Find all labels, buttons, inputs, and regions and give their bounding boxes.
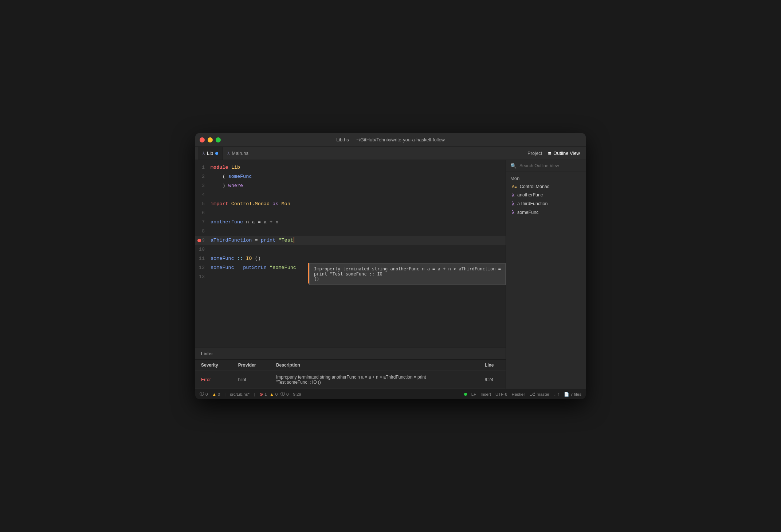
traffic-lights	[200, 137, 221, 142]
arrow-up-icon: ↑	[557, 392, 560, 396]
code-line-10: 10	[195, 245, 506, 254]
outline-item-athirdfunction[interactable]: λ aThirdFunction	[506, 199, 586, 208]
error-indicator-dot	[197, 239, 201, 242]
outline-panel: 🔍 Mon A≡ Control.Monad λ anotherFunc λ a…	[506, 160, 586, 389]
tooltip-line1: Improperly terminated string anotherFunc…	[314, 266, 501, 277]
app-window: Lib.hs — ~/GitHub/Tehnix/write-you-a-has…	[195, 133, 586, 399]
tab-main-label: Main.hs	[232, 150, 248, 156]
line-num-5: 5	[195, 199, 211, 208]
outline-item-anotherfunc[interactable]: λ anotherFunc	[506, 191, 586, 199]
outline-view-label: Outline View	[553, 150, 580, 156]
code-area[interactable]: 1 module Lib 2 ( someFunc 3 ) where	[195, 160, 506, 348]
error-tooltip: Improperly terminated string anotherFunc…	[308, 263, 506, 285]
line-ending: LF	[471, 392, 476, 396]
file-path: src/Lib.hs*	[230, 392, 250, 396]
linter-header-row: Severity Provider Description Line	[195, 360, 506, 371]
outline-section: Mon A≡ Control.Monad λ anotherFunc λ aTh…	[506, 172, 586, 219]
line-content-2: ( someFunc	[211, 172, 506, 181]
line-content-9: aThirdFunction = print "Test	[211, 236, 506, 245]
linter-panel: Linter Severity Provider Description Lin…	[195, 348, 506, 389]
code-line-11: 11 someFunc :: IO ()	[195, 254, 506, 263]
linter-row-1[interactable]: Error hlint Improperly terminated string…	[195, 371, 506, 389]
status-info: ⓘ 0	[200, 391, 208, 397]
maximize-button[interactable]	[216, 137, 221, 142]
code-line-1: 1 module Lib	[195, 163, 506, 172]
warn-icon-2: ▲	[270, 392, 274, 396]
line-num-6: 6	[195, 208, 211, 218]
severity-cell: Error	[195, 371, 232, 389]
lambda-icon-1: λ	[512, 201, 514, 207]
arrow-down-icon: ↓	[554, 392, 556, 396]
window-title: Lib.hs — ~/GitHub/Tehnix/write-you-a-has…	[336, 137, 445, 142]
outline-section-header: Mon	[506, 174, 586, 183]
description-cell: Improperly terminated string anotherFunc…	[270, 371, 479, 389]
col-severity: Severity	[195, 360, 232, 371]
col-line: Line	[479, 360, 506, 371]
line-num-1: 1	[195, 163, 211, 172]
tabbar: λ Lib λ Main.hs Project ≡ Outline View	[195, 147, 586, 160]
line-content-1: module Lib	[211, 163, 506, 172]
lambda-icon-2: λ	[512, 210, 514, 215]
status-errors: ⊗ 1 ▲ 0 ⓘ 0	[259, 391, 289, 397]
status-warn: ▲ 0	[212, 392, 220, 396]
encoding: UTF-8	[495, 392, 507, 396]
code-line-5: 5 import Control.Monad as Mon	[195, 199, 506, 208]
status-separator-2: |	[254, 392, 255, 396]
line-num-11: 11	[195, 254, 211, 263]
error-badge: Error	[201, 377, 211, 382]
titlebar: Lib.hs — ~/GitHub/Tehnix/write-you-a-has…	[195, 133, 586, 147]
file-icon: 📄	[564, 392, 569, 397]
branch-name: master	[537, 392, 549, 396]
close-button[interactable]	[200, 137, 205, 142]
outline-search-input[interactable]	[519, 163, 581, 168]
tab-modified-dot	[215, 152, 218, 155]
outline-item-control-monad[interactable]: A≡ Control.Monad	[506, 183, 586, 191]
main-area: 1 module Lib 2 ( someFunc 3 ) where	[195, 160, 586, 389]
code-line-4: 4	[195, 190, 506, 199]
line-num-12: 12	[195, 263, 211, 272]
code-line-3: 3 ) where	[195, 181, 506, 190]
file-count-label: 7 files	[570, 392, 581, 396]
text-cursor	[294, 237, 294, 243]
line-cell: 9:24	[479, 371, 506, 389]
warn-icon: ▲	[212, 392, 216, 396]
line-num-8: 8	[195, 227, 211, 236]
tab-lib[interactable]: λ Lib	[198, 147, 223, 160]
status-right: LF Insert UTF-8 Haskell ⎇ master ↓ ↑ 📄 7…	[464, 391, 581, 397]
statusbar: ⓘ 0 ▲ 0 | src/Lib.hs* | ⊗ 1 ▲ 0 ⓘ 0 9:29…	[195, 389, 586, 399]
module-icon: A≡	[512, 184, 517, 189]
project-button[interactable]: Project	[527, 150, 542, 156]
tab-right-area: Project ≡ Outline View	[527, 150, 586, 156]
error-info-count: 0	[286, 392, 289, 396]
outline-item-label-1: anotherFunc	[517, 192, 543, 197]
linter-header: Linter	[195, 348, 506, 360]
line-content-5: import Control.Monad as Mon	[211, 199, 506, 208]
haskell-icon-main: λ	[227, 151, 229, 156]
outline-item-label-3: someFunc	[517, 210, 538, 215]
line-num-13: 13	[195, 272, 211, 281]
col-provider: Provider	[232, 360, 270, 371]
outline-item-somefunc[interactable]: λ someFunc	[506, 208, 586, 217]
outline-item-label-2: aThirdFunction	[517, 201, 548, 206]
error-warn-count: 0	[275, 392, 278, 396]
outline-icon: ≡	[548, 150, 551, 156]
line-num-2: 2	[195, 172, 211, 181]
outline-view-button[interactable]: ≡ Outline View	[548, 150, 580, 156]
tooltip-indicator	[308, 263, 309, 283]
line-content-7: anotherFunc n a = a + n	[211, 218, 506, 227]
desc-line2: "Test someFunc :: IO ()	[276, 380, 473, 385]
lambda-icon-0: λ	[512, 192, 514, 198]
git-arrows: ↓ ↑	[554, 392, 560, 396]
code-line-9: 9 aThirdFunction = print "Test	[195, 236, 506, 245]
tooltip-box: Improperly terminated string anotherFunc…	[309, 263, 506, 285]
linter-table: Severity Provider Description Line Error…	[195, 360, 506, 389]
git-branch: ⎇ master	[530, 391, 549, 397]
tab-main[interactable]: λ Main.hs	[223, 147, 253, 160]
info-icon-2: ⓘ	[280, 391, 285, 397]
git-icon: ⎇	[530, 391, 535, 397]
code-line-8: 8	[195, 227, 506, 236]
minimize-button[interactable]	[208, 137, 213, 142]
language: Haskell	[512, 392, 526, 396]
search-icon: 🔍	[510, 163, 517, 169]
haskell-icon-lib: λ	[203, 151, 205, 156]
